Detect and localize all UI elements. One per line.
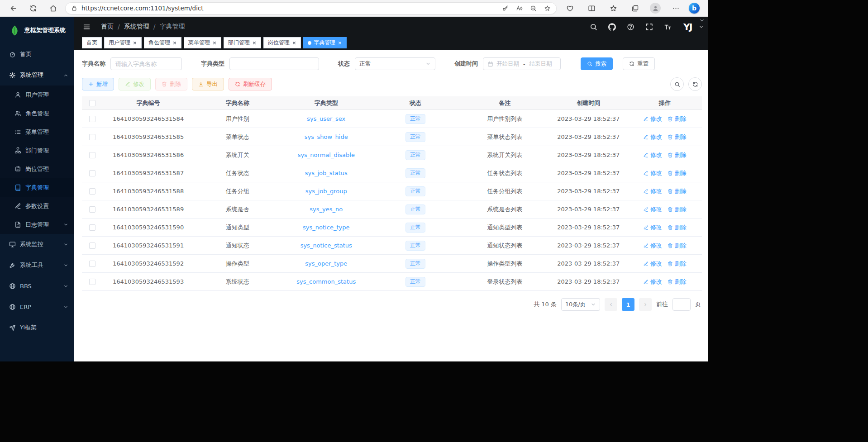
page-number-button[interactable]: 1 [622,298,634,311]
fullscreen-icon[interactable] [643,20,655,33]
read-aloud-icon[interactable] [516,5,523,12]
row-delete-link[interactable]: 删除 [668,187,687,195]
table-row[interactable]: 1641030593246531586 系统开关 sys_normal_disa… [82,146,702,164]
page-size-select[interactable]: 10条/页 [561,298,600,311]
row-edit-link[interactable]: 修改 [643,223,662,232]
hamburger-icon[interactable] [80,20,93,33]
sidebar-item[interactable]: 菜单管理 [0,123,74,141]
user-dropdown-chevron-icon[interactable] [699,24,704,29]
dict-type-link[interactable]: sys_normal_disable [298,152,355,158]
sidebar-item[interactable]: 系统管理 [0,65,74,86]
row-delete-link[interactable]: 删除 [668,223,687,232]
help-icon[interactable] [624,20,637,33]
dict-type-link[interactable]: sys_job_group [305,188,347,195]
collections-icon[interactable] [625,2,645,14]
tab[interactable]: 用户管理 [104,37,142,48]
row-delete-link[interactable]: 删除 [668,242,687,250]
reload-button[interactable] [24,2,43,14]
table-row[interactable]: 1641030593246531588 任务分组 sys_job_group 正… [82,182,702,200]
sidebar-item[interactable]: Yi框架 [0,317,74,338]
sidebar-item[interactable]: 日志管理 [0,215,74,234]
sidebar-item[interactable]: ERP [0,296,74,317]
row-checkbox[interactable] [89,116,95,122]
row-edit-link[interactable]: 修改 [643,151,662,159]
row-delete-link[interactable]: 删除 [668,278,687,286]
dict-type-input[interactable] [229,57,319,70]
refresh-table-button[interactable] [688,77,702,91]
status-select[interactable]: 正常 [355,57,435,70]
row-checkbox[interactable] [89,134,95,140]
table-row[interactable]: 1641030593246531585 菜单状态 sys_show_hide 正… [82,128,702,146]
export-button[interactable]: 导出 [192,78,224,90]
row-delete-link[interactable]: 删除 [668,205,687,214]
sidebar-item[interactable]: 岗位管理 [0,160,74,178]
dict-type-link[interactable]: sys_show_hide [305,133,348,140]
tab[interactable]: 菜单管理 [184,37,221,48]
dict-type-link[interactable]: sys_notice_type [303,224,349,231]
edit-button[interactable]: 修改 [119,78,151,90]
dict-name-input[interactable] [110,57,182,70]
next-page-button[interactable] [639,298,652,311]
reset-button[interactable]: 重置 [623,57,655,70]
tab[interactable]: 部门管理 [224,37,261,48]
row-delete-link[interactable]: 删除 [668,133,687,141]
sidebar-item[interactable]: BBS [0,276,74,296]
tab[interactable]: 首页 [82,37,102,48]
sidebar-item[interactable]: 系统工具 [0,255,74,276]
table-row[interactable]: 1641030593246531587 任务状态 sys_job_status … [82,164,702,182]
row-delete-link[interactable]: 删除 [668,115,687,123]
split-screen-icon[interactable] [581,2,602,14]
font-size-icon[interactable] [661,20,674,33]
bing-copilot-icon[interactable] [689,3,700,14]
close-icon[interactable] [292,41,296,45]
row-edit-link[interactable]: 修改 [643,278,662,286]
back-button[interactable] [4,2,23,14]
row-delete-link[interactable]: 删除 [668,169,687,177]
row-checkbox[interactable] [89,170,95,176]
row-edit-link[interactable]: 修改 [643,242,662,250]
dict-type-link[interactable]: sys_user_sex [307,115,345,122]
zoom-out-icon[interactable] [530,5,537,12]
row-delete-link[interactable]: 删除 [668,151,687,159]
close-icon[interactable] [338,41,342,45]
sidebar-item[interactable]: 字典管理 [0,178,74,197]
row-checkbox[interactable] [89,206,95,213]
row-edit-link[interactable]: 修改 [643,205,662,214]
user-logo[interactable]: YJ [683,22,692,31]
more-menu-icon[interactable] [665,2,686,14]
row-delete-link[interactable]: 删除 [668,260,687,268]
tab[interactable]: 字典管理 [303,37,347,48]
sidebar-item[interactable]: 角色管理 [0,104,74,123]
row-checkbox[interactable] [89,152,95,158]
sidebar-item[interactable]: 部门管理 [0,141,74,160]
row-checkbox[interactable] [89,279,95,285]
close-icon[interactable] [133,41,137,45]
browser-essentials-icon[interactable] [559,2,580,14]
header-search-icon[interactable] [587,20,600,33]
home-button[interactable] [43,2,62,14]
row-edit-link[interactable]: 修改 [643,260,662,268]
row-checkbox[interactable] [89,188,95,195]
breadcrumb-system[interactable]: 系统管理 [124,23,149,31]
tab[interactable]: 角色管理 [144,37,181,48]
sidebar-item[interactable]: 首页 [0,44,74,65]
table-row[interactable]: 1641030593246531591 通知状态 sys_notice_stat… [82,237,702,255]
row-edit-link[interactable]: 修改 [643,133,662,141]
goto-page-input[interactable] [672,298,691,311]
dict-type-link[interactable]: sys_oper_type [305,260,347,267]
sidebar-item[interactable]: 系统监控 [0,234,74,255]
row-edit-link[interactable]: 修改 [643,115,662,123]
favorites-icon[interactable] [603,2,624,14]
breadcrumb-home[interactable]: 首页 [101,23,114,31]
prev-page-button[interactable] [605,298,617,311]
close-icon[interactable] [172,41,177,45]
add-button[interactable]: 新增 [82,78,114,90]
row-edit-link[interactable]: 修改 [643,187,662,195]
close-icon[interactable] [212,41,217,45]
refresh-cache-button[interactable]: 刷新缓存 [229,78,272,90]
row-checkbox[interactable] [89,261,95,267]
table-row[interactable]: 1641030593246531592 操作类型 sys_oper_type 正… [82,255,702,273]
table-row[interactable]: 1641030593246531593 系统状态 sys_common_stat… [82,273,702,291]
dict-type-link[interactable]: sys_yes_no [310,206,343,213]
search-button[interactable]: 搜索 [581,57,613,70]
